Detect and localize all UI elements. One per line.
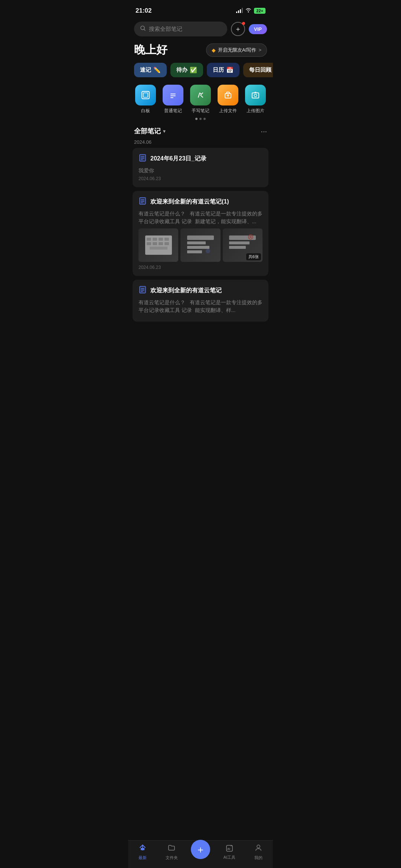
note-card-2[interactable]: 欢迎来到全新的有道云笔记(1) 有道云笔记是什么？ 有道云笔记是一款专注提效的多… [133,191,268,276]
note-preview-2: 有道云笔记是什么？ 有道云笔记是一款专注提效的多平台记录收藏工具 记录 新建笔记… [138,210,263,225]
svg-rect-33 [147,242,151,245]
todo-icon: ✅ [190,66,197,74]
svg-rect-29 [147,238,151,241]
svg-rect-37 [150,247,167,250]
vip-badge[interactable]: VIP [249,24,267,34]
note-icon [163,85,183,105]
greeting-row: 晚上好 ◆ 开启无限次AI写作 > [128,39,273,61]
dot-3 [203,118,206,120]
notification-dot [242,22,245,25]
search-row: 搜索全部笔记 ＋ VIP [128,19,273,39]
svg-rect-1 [238,10,239,13]
feature-upload-photo[interactable]: 上传图片 [244,85,267,114]
upload-file-label: 上传文件 [219,108,237,114]
note-card-3[interactable]: 欢迎来到全新的有道云笔记 有道云笔记是什么？ 有道云笔记是一款专注提效的多平台记… [133,280,268,322]
whiteboard-icon [135,85,156,105]
svg-point-42 [206,249,210,253]
note-doc-icon-1 [138,154,147,164]
add-button[interactable]: ＋ [231,22,245,36]
whiteboard-label: 白板 [141,108,150,114]
feature-whiteboard[interactable]: 白板 [134,85,157,114]
svg-rect-38 [187,235,214,240]
quick-access-row: 速记 ✏️ 待办 ✅ 日历 📅 每日回顾 🌟 [128,61,273,82]
note-title-1: 2024年6月23日_记录 [150,155,206,163]
svg-point-17 [254,94,257,97]
signal-icon [236,8,243,14]
image-count-badge: 共6张 [246,253,261,260]
speednote-icon: ✏️ [153,66,161,74]
note-thumb-1 [138,228,178,262]
svg-rect-0 [236,12,237,13]
note-header-1: 2024年6月23日_记录 [138,154,263,164]
svg-rect-18 [140,155,146,161]
note-label: 普通笔记 [164,108,182,114]
ai-write-label: 开启无限次AI写作 [218,47,256,53]
greeting-text: 晚上好 [134,42,167,58]
feature-note[interactable]: 普通笔记 [161,85,185,114]
handwrite-icon [190,85,211,105]
note-header-2: 欢迎来到全新的有道云笔记(1) [138,197,263,207]
svg-rect-16 [252,93,259,98]
more-icon[interactable]: ··· [261,127,267,136]
note-thumb-2 [180,228,220,262]
svg-rect-35 [159,242,163,245]
svg-rect-39 [187,241,206,244]
calendar-label: 日历 [213,66,224,74]
quick-btn-todo[interactable]: 待办 ✅ [170,63,203,77]
note-images-2: 共6张 [138,228,263,262]
note-date-1: 2024.06.23 [138,176,263,181]
upload-file-icon [218,85,238,105]
svg-rect-31 [159,238,163,241]
svg-rect-44 [229,241,250,244]
note-header-3: 欢迎来到全新的有道云笔记 [138,286,263,296]
ai-write-button[interactable]: ◆ 开启无限次AI写作 > [206,43,267,57]
battery-indicator: 22+ [254,8,265,14]
search-bar[interactable]: 搜索全部笔记 [134,22,227,36]
date-separator: 2024.06 [128,138,273,148]
quick-btn-daily[interactable]: 每日回顾 🌟 [243,63,273,77]
note-card-1[interactable]: 2024年6月23日_记录 我爱你 2024.06.23 [133,148,268,187]
svg-rect-23 [140,198,146,204]
pagination-dots [128,116,273,124]
todo-label: 待办 [176,66,188,74]
svg-point-4 [248,12,249,13]
upload-photo-icon [245,85,266,105]
svg-rect-7 [142,91,149,99]
search-placeholder: 搜索全部笔记 [149,26,182,33]
calendar-icon: 📅 [226,66,234,74]
svg-rect-36 [164,242,169,245]
note-title-2: 欢迎来到全新的有道云笔记(1) [150,198,229,206]
note-doc-icon-3 [138,286,147,296]
quick-btn-speednote[interactable]: 速记 ✏️ [134,63,167,77]
svg-rect-8 [143,93,148,97]
search-icon [140,25,146,33]
svg-rect-34 [153,242,157,245]
note-preview-3: 有道云笔记是什么？ 有道云笔记是一款专注提效的多平台记录收藏工具 记录 能实现翻… [138,299,263,314]
svg-rect-30 [153,238,157,241]
dropdown-icon: ▾ [163,128,166,134]
svg-rect-32 [164,238,169,241]
feature-grid: 白板 普通笔记 手写笔记 [128,82,273,116]
svg-line-6 [144,29,146,31]
quick-btn-calendar[interactable]: 日历 📅 [207,63,239,77]
status-icons: 22+ [236,7,265,14]
note-thumb-3: 共6张 [223,228,263,262]
note-preview-1: 我爱你 [138,167,263,175]
feature-upload-file[interactable]: 上传文件 [216,85,240,114]
diamond-icon: ◆ [212,47,216,53]
feature-handwrite[interactable]: 手写笔记 [189,85,212,114]
daily-label: 每日回顾 [249,66,271,74]
dot-2 [199,118,202,120]
notes-section-title: 全部笔记 [134,127,161,136]
svg-rect-3 [242,8,243,13]
svg-rect-49 [140,286,146,293]
wifi-icon [245,7,252,14]
svg-rect-41 [187,250,202,253]
dot-1 [195,118,198,120]
note-date-2: 2024.06.23 [138,265,263,270]
upload-photo-label: 上传图片 [247,108,264,114]
arrow-icon: > [258,47,261,53]
section-title-group[interactable]: 全部笔记 ▾ [134,127,166,136]
status-bar: 21:02 22+ [128,0,273,19]
svg-rect-2 [240,9,241,13]
